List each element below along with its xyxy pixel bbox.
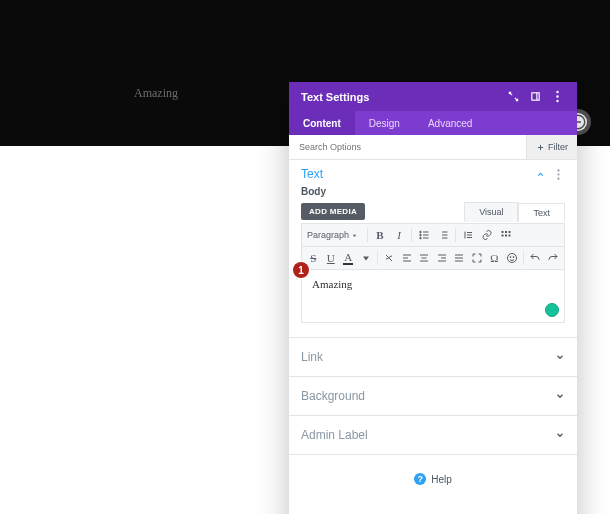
toolbar-toggle-icon[interactable] (499, 228, 513, 242)
link-icon[interactable] (480, 228, 494, 242)
svg-rect-26 (502, 231, 504, 233)
expand-icon[interactable] (505, 89, 521, 105)
filter-label: Filter (548, 142, 568, 152)
tab-design[interactable]: Design (355, 111, 414, 135)
grammarly-icon[interactable] (545, 303, 559, 317)
search-input[interactable] (289, 135, 526, 159)
editor-tab-text[interactable]: Text (518, 203, 565, 222)
panel-title: Text Settings (301, 91, 499, 103)
search-row: Filter (289, 135, 577, 160)
section-text-title: Text (301, 167, 529, 181)
svg-point-10 (557, 173, 559, 175)
special-char-icon[interactable]: Ω (488, 251, 501, 265)
panel-header[interactable]: Text Settings (289, 82, 577, 111)
emoji-icon[interactable] (506, 251, 519, 265)
filter-button[interactable]: Filter (526, 135, 577, 159)
chevron-down-icon (555, 352, 565, 362)
chevron-up-icon[interactable] (533, 167, 547, 181)
italic-icon[interactable]: I (392, 228, 406, 242)
svg-point-45 (507, 254, 516, 263)
svg-point-5 (556, 95, 558, 97)
editor-wrap: 1 Amazing (301, 270, 565, 323)
tab-advanced[interactable]: Advanced (414, 111, 486, 135)
svg-rect-30 (505, 235, 507, 237)
blockquote-icon[interactable] (461, 228, 475, 242)
section-background[interactable]: Background (289, 376, 577, 415)
editor-top-row: ADD MEDIA Visual Text (301, 201, 565, 221)
section-admin-label[interactable]: Admin Label (289, 415, 577, 455)
svg-point-46 (510, 257, 511, 258)
bullet-list-icon[interactable] (417, 228, 431, 242)
section-more-icon[interactable] (551, 167, 565, 181)
paragraph-select[interactable]: Paragraph (307, 230, 362, 240)
section-text-body: Body ADD MEDIA Visual Text Paragraph B I (289, 184, 577, 337)
align-right-icon[interactable] (436, 251, 449, 265)
strikethrough-icon[interactable]: S (307, 251, 320, 265)
svg-point-9 (557, 169, 559, 171)
section-link-title: Link (301, 350, 555, 364)
svg-point-4 (556, 91, 558, 93)
svg-rect-2 (531, 93, 538, 100)
section-link[interactable]: Link (289, 337, 577, 376)
help-row[interactable]: ? Help (289, 455, 577, 514)
editor-tab-visual[interactable]: Visual (464, 202, 518, 222)
text-settings-panel: Text Settings Content Design Advanced Fi… (289, 82, 577, 514)
page-preview-text: Amazing (134, 86, 178, 101)
svg-point-47 (513, 257, 514, 258)
panel-tabs: Content Design Advanced (289, 111, 577, 135)
editor-content[interactable]: Amazing (301, 270, 565, 323)
clear-format-icon[interactable] (383, 251, 396, 265)
svg-rect-28 (509, 231, 511, 233)
underline-icon[interactable]: U (325, 251, 338, 265)
align-center-icon[interactable] (418, 251, 431, 265)
color-caret-icon[interactable] (360, 251, 373, 265)
svg-rect-29 (502, 235, 504, 237)
tab-content[interactable]: Content (289, 111, 355, 135)
bold-icon[interactable]: B (373, 228, 387, 242)
chevron-down-icon (555, 430, 565, 440)
section-text-header[interactable]: Text (289, 160, 577, 184)
svg-point-11 (557, 177, 559, 179)
numbered-list-icon[interactable] (436, 228, 450, 242)
add-media-button[interactable]: ADD MEDIA (301, 203, 365, 220)
body-label: Body (301, 186, 565, 197)
redo-icon[interactable] (546, 251, 559, 265)
svg-point-6 (556, 100, 558, 102)
paragraph-label: Paragraph (307, 230, 349, 240)
svg-rect-31 (509, 235, 511, 237)
svg-point-13 (420, 231, 422, 233)
svg-marker-32 (363, 257, 369, 261)
svg-marker-12 (353, 234, 357, 236)
text-color-icon[interactable]: A (342, 251, 355, 265)
snap-icon[interactable] (527, 89, 543, 105)
align-left-icon[interactable] (400, 251, 413, 265)
svg-point-15 (420, 234, 422, 236)
help-label: Help (431, 474, 452, 485)
editor-toolbar: Paragraph B I S U A (301, 223, 565, 270)
svg-rect-27 (505, 231, 507, 233)
annotation-marker-1: 1 (293, 262, 309, 278)
fullscreen-icon[interactable] (471, 251, 484, 265)
help-icon: ? (414, 473, 426, 485)
undo-icon[interactable] (529, 251, 542, 265)
section-background-title: Background (301, 389, 555, 403)
chevron-down-icon (555, 391, 565, 401)
svg-point-17 (420, 237, 422, 239)
more-icon[interactable] (549, 89, 565, 105)
align-justify-icon[interactable] (453, 251, 466, 265)
section-admin-label-title: Admin Label (301, 428, 555, 442)
